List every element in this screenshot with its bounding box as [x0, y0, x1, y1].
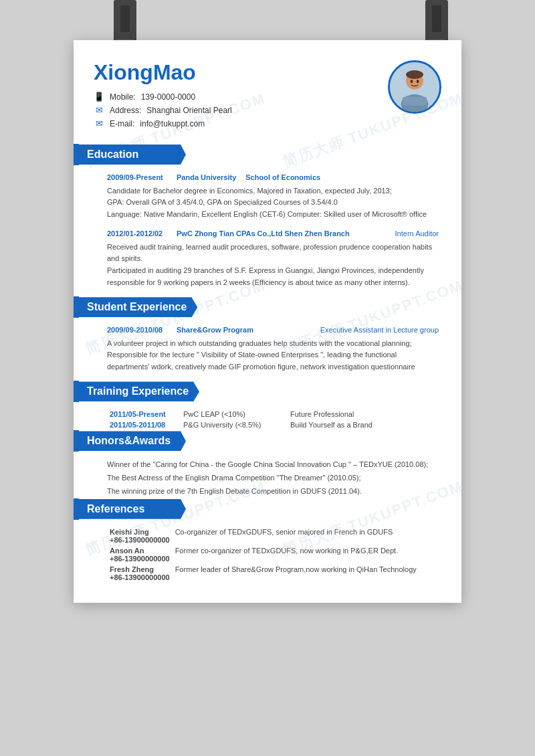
training-result-2: Build Yourself as a Brand [288, 419, 439, 430]
education-content: 2009/09-Present Panda University School … [94, 172, 441, 288]
award-item-1: Winner of the "Caring for China - the Go… [107, 458, 439, 472]
student-exp-section-header: Student Experience [74, 296, 441, 318]
ref-desc-3: Former leader of Share&Grow Program,now … [173, 564, 439, 583]
section-bar [74, 381, 79, 402]
binder-clip-left [114, 0, 136, 40]
training-title: Training Experience [79, 381, 199, 401]
entry-text-2-0: Received audit training, learned audit p… [107, 242, 439, 265]
entry-org-1: Panda University [177, 172, 236, 183]
education-entry-2: 2012/01-2012/02 PwC Zhong Tian CPAs Co.,… [107, 228, 439, 288]
training-section-header: Training Experience [74, 381, 441, 402]
mobile-contact: 📱 Mobile: 139-0000-0000 [94, 92, 388, 102]
education-section-header: Education [74, 144, 441, 165]
award-item-3: The winning prize of the 7th English Deb… [107, 485, 439, 498]
entry-date-1: 2009/09-Present [107, 172, 167, 183]
training-result-1: Future Professional [288, 409, 439, 419]
ref-name-2: Anson An +86-13900000000 [107, 545, 173, 564]
applicant-name: XiongMao [94, 60, 388, 85]
email-icon: ✉ [94, 118, 104, 128]
profile-photo [388, 60, 441, 114]
student-entry-role-1: Executive Assistant in Lecture group [320, 324, 439, 336]
email-label: E-mail: [110, 119, 134, 128]
svg-point-3 [406, 70, 423, 79]
ref-row-3: Fresh Zheng +86-13900000000 Former leade… [107, 564, 439, 583]
student-entry-text-1-0: A volunteer project in which outstanding… [107, 338, 439, 350]
resume-header: XiongMao 📱 Mobile: 139-0000-0000 ✉ Addre… [94, 60, 441, 132]
student-entry-header-1: 2009/09-2010/08 Share&Grow Program Execu… [107, 324, 439, 336]
page-wrapper: 简历大师 TUKUPPT.COM 简历大师 TUKUPPT.COM 简历大师 T… [0, 0, 535, 756]
svg-point-5 [411, 80, 413, 83]
entry-text-1-1: GPA: Overall GPA of 3.45/4.0, GPA on Spe… [107, 197, 439, 209]
student-entry-text-1-1: Responsible for the lecture " Visibility… [107, 349, 439, 373]
svg-rect-4 [403, 97, 427, 106]
entry-org-2: PwC Zhong Tian CPAs Co.,Ltd Shen Zhen Br… [177, 228, 350, 240]
education-title: Education [79, 145, 186, 165]
student-exp-entry-1: 2009/09-2010/08 Share&Grow Program Execu… [107, 324, 439, 373]
mobile-label: Mobile: [110, 92, 136, 102]
svg-point-6 [417, 80, 419, 83]
section-bar [74, 430, 79, 452]
award-item-2: The Best Actress of the English Drama Co… [107, 472, 439, 485]
references-content: Keishi Jing +86-13900000000 Co-organizer… [94, 527, 441, 583]
student-exp-content: 2009/09-2010/08 Share&Grow Program Execu… [94, 324, 441, 373]
entry-text-1-0: Candidate for Bachelor degree in Economi… [107, 185, 439, 197]
student-entry-date-1: 2009/09-2010/08 [107, 324, 167, 336]
entry-text-2-1: Participated in auditing 29 branches of … [107, 265, 439, 288]
references-table: Keishi Jing +86-13900000000 Co-organizer… [107, 527, 439, 583]
section-bar [74, 498, 79, 520]
training-date-1: 2011/05-Present [107, 409, 181, 419]
address-icon: ✉ [94, 105, 104, 115]
entry-header-2: 2012/01-2012/02 PwC Zhong Tian CPAs Co.,… [107, 228, 439, 240]
references-section-header: References [74, 498, 441, 520]
resume-card: 简历大师 TUKUPPT.COM 简历大师 TUKUPPT.COM 简历大师 T… [74, 40, 461, 603]
entry-role-2: Intern Auditor [395, 228, 439, 240]
entry-text-1-2: Language: Native Mandarin, Excellent Eng… [107, 209, 439, 221]
mobile-value: 139-0000-0000 [141, 92, 195, 102]
ref-name-3: Fresh Zheng +86-13900000000 [107, 564, 173, 583]
training-row-2: 2011/05-2011/08 P&G University (<8.5%) B… [107, 419, 439, 430]
section-bar [74, 144, 79, 165]
section-bar [74, 296, 79, 318]
email-value: info@tukuppt.com [140, 119, 205, 128]
ref-row-2: Anson An +86-13900000000 Former co-organ… [107, 545, 439, 564]
training-row-1: 2011/05-Present PwC LEAP (<10%) Future P… [107, 409, 439, 419]
email-contact: ✉ E-mail: info@tukuppt.com [94, 118, 388, 128]
awards-list: Winner of the "Caring for China - the Go… [107, 458, 439, 498]
ref-desc-1: Co-organizer of TEDxGDUFS, senior majore… [173, 527, 439, 545]
training-program-2: P&G University (<8.5%) [181, 419, 288, 430]
references-title: References [79, 499, 186, 519]
student-exp-title: Student Experience [79, 297, 197, 317]
entry-date-2: 2012/01-2012/02 [107, 228, 167, 240]
ref-row-1: Keishi Jing +86-13900000000 Co-organizer… [107, 527, 439, 545]
binder-clip-right [425, 0, 448, 40]
entry-header-1: 2009/09-Present Panda University School … [107, 172, 439, 183]
header-info: XiongMao 📱 Mobile: 139-0000-0000 ✉ Addre… [94, 60, 388, 132]
honors-title: Honors&Awards [79, 431, 186, 451]
student-entry-org-1: Share&Grow Program [177, 324, 253, 336]
education-entry-1: 2009/09-Present Panda University School … [107, 172, 439, 220]
ref-name-1: Keishi Jing +86-13900000000 [107, 527, 173, 545]
address-label: Address: [110, 106, 141, 115]
honors-section-header: Honors&Awards [74, 430, 441, 452]
training-program-1: PwC LEAP (<10%) [181, 409, 288, 419]
address-contact: ✉ Address: Shanghai Oriental Pearl [94, 105, 388, 115]
ref-desc-2: Former co-organizer of TEDxGDUFS, now wo… [173, 545, 439, 564]
phone-icon: 📱 [94, 92, 104, 102]
address-value: Shanghai Oriental Pearl [146, 106, 231, 115]
entry-dept-1: School of Economics [245, 172, 320, 183]
training-date-2: 2011/05-2011/08 [107, 419, 181, 430]
honors-content: Winner of the "Caring for China - the Go… [94, 458, 441, 498]
training-content: 2011/05-Present PwC LEAP (<10%) Future P… [94, 409, 441, 430]
training-table: 2011/05-Present PwC LEAP (<10%) Future P… [107, 409, 439, 430]
